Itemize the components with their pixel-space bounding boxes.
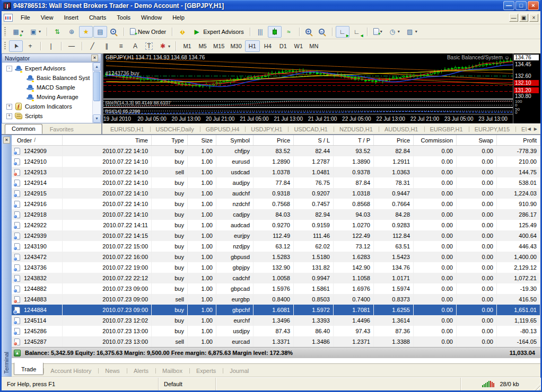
metaeditor-button[interactable] xyxy=(176,26,189,38)
bar-chart-button[interactable] xyxy=(253,26,267,38)
terminal-tab[interactable]: Trade xyxy=(14,362,43,375)
navigator-button[interactable] xyxy=(79,26,93,38)
periods-button[interactable]: ▾ xyxy=(386,26,403,38)
terminal-button[interactable] xyxy=(93,26,107,38)
order-row[interactable]: 1242910 2010.07.22 14:10 buy 1.00 eurusd… xyxy=(12,156,540,167)
cursor-button[interactable] xyxy=(9,40,23,52)
navigator-tree-item[interactable]: Moving Average xyxy=(2,92,92,102)
indicators-button[interactable]: ▾ xyxy=(371,26,385,38)
new-order-button[interactable]: New Order xyxy=(127,26,169,38)
rsi-pane[interactable]: RSI(14) 65.2398 xyxy=(103,108,513,114)
chart-tab[interactable]: EURJPY,M15 xyxy=(469,124,515,134)
timeframe-button[interactable]: W1 xyxy=(291,40,306,52)
timeframe-button[interactable]: M15 xyxy=(211,40,227,52)
column-header[interactable]: Size xyxy=(188,135,216,145)
column-header[interactable]: Swap xyxy=(457,135,497,145)
horizontal-line-button[interactable] xyxy=(65,40,78,52)
fibonacci-button[interactable] xyxy=(114,40,128,52)
navigator-tab[interactable]: Common xyxy=(5,124,42,134)
column-header[interactable]: Order / xyxy=(12,135,63,145)
column-header[interactable]: Commission xyxy=(414,135,457,145)
zoom-out-button[interactable] xyxy=(316,26,329,38)
column-header[interactable]: Time xyxy=(63,135,152,145)
order-row[interactable]: 1242918 2010.07.22 14:10 buy 1.00 cadjpy… xyxy=(12,209,540,220)
chart-tab[interactable]: USDCAD,H1 xyxy=(288,124,334,134)
terminal-tab[interactable]: Alerts xyxy=(127,365,155,377)
order-row[interactable]: 1245287 2010.07.23 13:00 sell 1.00 eurca… xyxy=(12,336,540,347)
order-row[interactable]: 1245286 2010.07.23 13:00 buy 1.00 usdjpy… xyxy=(12,326,540,336)
terminal-tab[interactable]: Journal xyxy=(223,365,256,377)
timeframe-button[interactable]: MN xyxy=(307,40,321,52)
menu-item[interactable]: Tools xyxy=(111,12,136,23)
navigator-tree-item[interactable]: Basic Balanced Syst xyxy=(2,73,92,83)
chart-window[interactable]: GBPJPY,H1 134.71 134.93 134.68 134.76 Ba… xyxy=(102,54,540,123)
order-row[interactable]: 1242916 2010.07.22 14:10 buy 1.00 nzdchf… xyxy=(12,199,540,209)
terminal-tab[interactable]: Experts xyxy=(189,365,223,377)
column-header[interactable]: S / L xyxy=(294,135,334,145)
navigator-tree-item[interactable]: MACD Sample xyxy=(2,83,92,92)
chart-window-icon[interactable] xyxy=(4,14,13,22)
chart-shift-button[interactable] xyxy=(350,26,364,38)
column-header[interactable]: T / P xyxy=(334,135,374,145)
chart-tab[interactable]: NZDUSD,H1 xyxy=(334,124,379,134)
order-row[interactable]: 1242915 2010.07.22 14:10 buy 1.00 audchf… xyxy=(12,188,540,199)
chart-tab[interactable]: USDCHF,Daily xyxy=(150,124,200,134)
mdi-restore-button[interactable]: ▣ xyxy=(519,14,528,22)
menu-item[interactable]: Insert xyxy=(58,12,84,23)
channel-button[interactable] xyxy=(100,40,113,52)
timeframe-button[interactable]: H4 xyxy=(260,40,275,52)
order-row[interactable]: 1242939 2010.07.22 14:15 buy 1.00 eurjpy… xyxy=(12,230,540,241)
navigator-tree-item[interactable]: + Scripts xyxy=(2,111,92,121)
stochastic-pane[interactable]: Stoch(14,3,3) 90.4149 88.6107 xyxy=(103,100,513,107)
trendline-button[interactable] xyxy=(85,40,99,52)
expert-advisors-button[interactable]: Expert Advisors xyxy=(190,26,246,38)
chart-tab[interactable]: EURUSD,H1 xyxy=(104,124,150,134)
menu-item[interactable]: Window xyxy=(136,12,167,23)
order-row[interactable]: 1243190 2010.07.22 15:00 buy 1.00 nzdjpy… xyxy=(12,241,540,252)
toolbar-grip[interactable] xyxy=(4,27,6,36)
menu-item[interactable]: Charts xyxy=(84,12,111,23)
chart-tab[interactable]: USDJPY,H1 xyxy=(245,124,288,134)
crosshair-button[interactable] xyxy=(23,40,37,52)
order-row[interactable]: 1245114 2010.07.23 12:02 buy 1.00 eurchf… xyxy=(12,315,540,326)
scroll-down-icon[interactable]: ▼ xyxy=(93,114,101,123)
profiles-button[interactable]: ▾ xyxy=(27,26,43,38)
tabs-scroll-right-icon[interactable]: ▶ xyxy=(534,127,537,131)
zoom-in-button[interactable] xyxy=(303,26,316,38)
menu-item[interactable]: File xyxy=(15,12,36,23)
navigator-scrollbar[interactable]: ▲ ▼ xyxy=(92,63,101,123)
chart-tab[interactable]: EURGBP,H1 xyxy=(424,124,469,134)
order-row[interactable]: 1243736 2010.07.22 19:00 buy 1.00 gbpjpy… xyxy=(12,262,540,273)
close-button[interactable]: × xyxy=(528,1,539,10)
scrollbar-thumb[interactable] xyxy=(93,72,100,101)
column-header[interactable]: Symbol xyxy=(216,135,253,145)
timeframe-button[interactable]: M1 xyxy=(180,40,195,52)
tester-button[interactable] xyxy=(108,26,120,38)
data-window-button[interactable] xyxy=(65,26,78,38)
chart-tab[interactable]: EURCHF,M xyxy=(515,124,527,134)
scroll-up-icon[interactable]: ▲ xyxy=(93,63,101,71)
terminal-tab[interactable]: Mailbox xyxy=(155,365,189,377)
chart-tab[interactable]: AUDUSD,H1 xyxy=(379,124,424,134)
minimize-button[interactable]: — xyxy=(503,1,514,10)
column-header[interactable]: Price xyxy=(374,135,414,145)
column-header[interactable]: Profit xyxy=(497,135,540,145)
tabs-scroll-left-icon[interactable]: ◀ xyxy=(528,127,531,131)
terminal-tab[interactable]: News xyxy=(98,365,127,377)
order-row[interactable]: 1243832 2010.07.22 22:12 buy 1.00 cadchf… xyxy=(12,273,540,283)
terminal-close-button[interactable]: × xyxy=(3,137,10,144)
status-profile[interactable]: Default xyxy=(159,378,216,390)
maximize-button[interactable]: □ xyxy=(515,1,527,10)
order-row[interactable]: 1242913 2010.07.22 14:10 sell 1.00 usdca… xyxy=(12,167,540,177)
navigator-tree-item[interactable]: + Custom Indicators xyxy=(2,102,92,111)
order-row[interactable]: 1243472 2010.07.22 16:00 buy 1.00 gbpusd… xyxy=(12,252,540,262)
mdi-close-button[interactable]: × xyxy=(529,14,538,22)
order-row[interactable]: 1244882 2010.07.23 09:00 buy 1.00 gbpcad… xyxy=(12,283,540,294)
order-row[interactable]: 1244884 2010.07.23 09:00 buy 1.00 gbpchf… xyxy=(12,305,540,315)
text-button[interactable] xyxy=(128,40,142,52)
order-row[interactable]: 1242909 2010.07.22 14:10 buy 1.00 chfjpy… xyxy=(12,146,540,156)
line-chart-button[interactable] xyxy=(282,26,296,38)
candles-button[interactable] xyxy=(268,26,282,38)
timeframe-button[interactable]: H1 xyxy=(245,40,260,52)
tree-expander[interactable]: - xyxy=(6,66,12,72)
